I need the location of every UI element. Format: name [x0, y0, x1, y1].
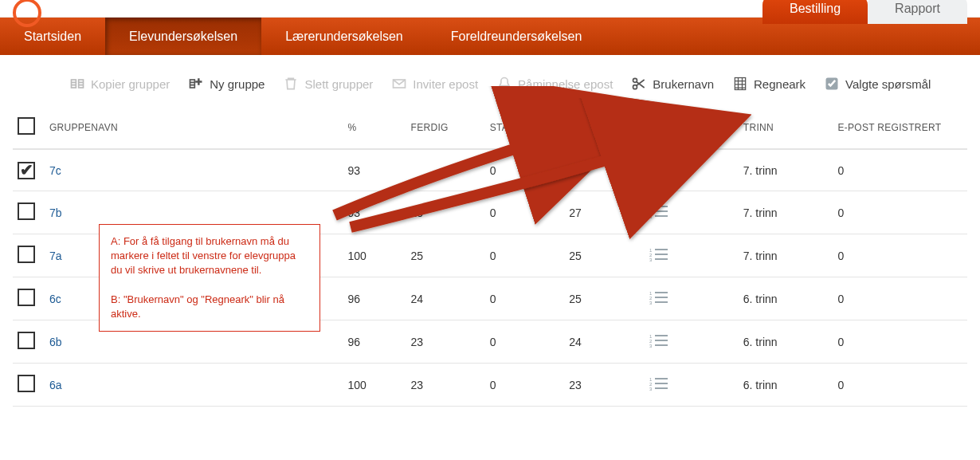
questions-list-icon[interactable]: 123 — [649, 332, 669, 348]
cell-pct: 93 — [343, 149, 406, 191]
header-epost[interactable]: E-POST REGISTRERT — [833, 106, 967, 149]
header-invitert[interactable]: INVITERT — [564, 106, 643, 149]
cell-pct: 96 — [343, 320, 406, 364]
checkbox-icon — [823, 76, 841, 92]
kopier-grupper-label: Kopier grupper — [91, 77, 170, 91]
header-pct[interactable]: % — [343, 106, 406, 149]
svg-text:3: 3 — [649, 258, 653, 262]
svg-text:3: 3 — [649, 301, 653, 305]
cell-pct: 96 — [343, 277, 406, 320]
new-group-icon — [187, 76, 205, 92]
slett-grupper-label: Slett grupper — [304, 77, 373, 91]
bell-icon — [496, 76, 513, 92]
svg-text:3: 3 — [649, 387, 653, 391]
group-name-link[interactable]: 7a — [49, 250, 62, 262]
nav-laererundersokelsen[interactable]: Lærerundersøkelsen — [261, 18, 427, 55]
nav-startsiden[interactable]: Startsiden — [0, 18, 105, 55]
svg-rect-0 — [72, 80, 76, 88]
cell-trinn: 7. trinn — [739, 149, 833, 191]
group-name-link[interactable]: 6a — [49, 379, 62, 391]
row-checkbox[interactable] — [18, 375, 35, 392]
table-row: 7c930281237. trinn0 — [13, 149, 967, 191]
header-trinn[interactable]: TRINN — [739, 106, 833, 149]
paminnelse-epost-button[interactable]: Påminnelse epost — [496, 76, 613, 92]
svg-text:3: 3 — [649, 172, 653, 177]
select-all-checkbox[interactable] — [18, 117, 35, 135]
cell-pct: 100 — [343, 234, 406, 277]
group-name-link[interactable]: 7b — [49, 206, 62, 219]
cell-startet: 0 — [485, 364, 564, 407]
cell-invitert: 23 — [564, 364, 643, 407]
header-startet[interactable]: STARTET — [485, 106, 564, 149]
group-name-link[interactable]: 6c — [49, 293, 61, 305]
app-header: Bestilling Rapport — [0, 0, 980, 18]
header-sporsmal[interactable]: SPØRSMÅL — [644, 106, 739, 149]
brukernavn-button[interactable]: Brukernavn — [630, 76, 714, 92]
header-tab-bestilling[interactable]: Bestilling — [762, 0, 868, 24]
row-checkbox[interactable] — [18, 289, 35, 306]
paminnelse-epost-label: Påminnelse epost — [518, 77, 613, 91]
header-tab-rapport[interactable]: Rapport — [868, 0, 967, 24]
cell-pct: 93 — [343, 191, 406, 234]
ny-gruppe-button[interactable]: Ny gruppe — [187, 76, 265, 92]
cell-startet: 0 — [485, 234, 564, 277]
questions-list-icon[interactable]: 123 — [649, 161, 669, 177]
trash-icon — [282, 76, 300, 92]
inviter-epost-button[interactable]: Inviter epost — [390, 76, 478, 92]
copy-groups-icon — [69, 76, 86, 92]
ny-gruppe-label: Ny gruppe — [210, 77, 265, 91]
cell-invitert: 24 — [564, 320, 643, 364]
cell-epost: 0 — [833, 320, 967, 364]
cell-ferdig: 23 — [406, 320, 485, 364]
row-checkbox[interactable] — [18, 202, 35, 220]
svg-text:3: 3 — [649, 214, 653, 219]
row-checkbox[interactable] — [18, 246, 35, 263]
cell-trinn: 6. trinn — [739, 320, 833, 364]
group-name-link[interactable]: 7c — [49, 164, 61, 177]
header-ferdig[interactable]: FERDIG — [406, 106, 485, 149]
row-checkbox[interactable] — [18, 162, 35, 179]
kopier-grupper-button[interactable]: Kopier grupper — [69, 76, 170, 92]
group-toolbar: Kopier grupper Ny gruppe Slett grupper I… — [0, 55, 980, 106]
questions-list-icon[interactable]: 123 — [649, 246, 669, 262]
cell-startet: 0 — [485, 149, 564, 191]
cell-startet: 0 — [485, 277, 564, 320]
valgte-sporsmal-button[interactable]: Valgte spørsmål — [823, 76, 931, 92]
header-left — [13, 0, 49, 22]
help-callout: A: For å få tilgang til brukernavn må du… — [99, 224, 320, 332]
cell-startet: 0 — [485, 320, 564, 364]
table-row: 6a100230231236. trinn0 — [13, 364, 967, 407]
cell-ferdig: 24 — [406, 277, 485, 320]
cell-ferdig: 23 — [406, 364, 485, 407]
valgte-sporsmal-label: Valgte spørsmål — [845, 77, 931, 91]
header-tabs: Bestilling Rapport — [762, 0, 967, 24]
cell-pct: 100 — [343, 364, 406, 407]
svg-rect-1 — [79, 80, 84, 88]
scissors-icon — [630, 76, 648, 92]
cell-invitert: 25 — [564, 234, 643, 277]
cell-epost: 0 — [833, 191, 967, 234]
regneark-button[interactable]: Regneark — [731, 76, 806, 92]
questions-list-icon[interactable]: 123 — [649, 375, 669, 391]
nav-elevundersokelsen[interactable]: Elevundersøkelsen — [105, 18, 261, 55]
cell-ferdig — [406, 149, 485, 191]
mail-icon — [390, 76, 408, 92]
svg-rect-2 — [190, 80, 195, 88]
cell-startet: 0 — [485, 191, 564, 234]
cell-epost: 0 — [833, 364, 967, 407]
cell-trinn: 7. trinn — [739, 234, 833, 277]
inviter-epost-label: Inviter epost — [413, 77, 478, 91]
questions-list-icon[interactable]: 123 — [649, 203, 669, 219]
callout-text-a: A: For å få tilgang til brukernavn må du… — [111, 234, 308, 278]
row-checkbox[interactable] — [18, 332, 35, 349]
questions-list-icon[interactable]: 123 — [649, 289, 669, 305]
brukernavn-label: Brukernavn — [653, 77, 714, 91]
nav-foreldreundersokelsen[interactable]: Foreldreundersøkelsen — [427, 18, 606, 55]
cell-invitert: 25 — [564, 277, 643, 320]
group-name-link[interactable]: 6b — [49, 336, 62, 348]
header-gruppenavn[interactable]: GRUPPENAVN — [45, 106, 343, 149]
slett-grupper-button[interactable]: Slett grupper — [282, 76, 373, 92]
cell-epost: 0 — [833, 149, 967, 191]
svg-text:3: 3 — [649, 344, 653, 348]
cell-epost: 0 — [833, 234, 967, 277]
